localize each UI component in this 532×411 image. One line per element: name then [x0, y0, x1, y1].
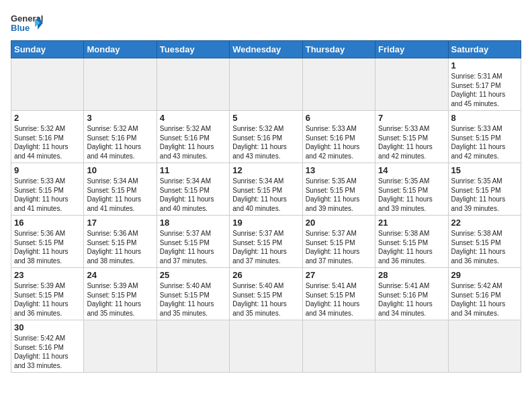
day-content: Sunrise: 5:35 AMSunset: 5:15 PMDaylight:…	[306, 177, 372, 213]
day-content: Sunrise: 5:32 AMSunset: 5:16 PMDaylight:…	[87, 124, 153, 161]
day-content: Sunrise: 5:35 AMSunset: 5:15 PMDaylight:…	[378, 177, 445, 213]
day-cell: 9Sunrise: 5:33 AMSunset: 5:15 PMDaylight…	[11, 163, 84, 216]
week-row-6: 30Sunrise: 5:42 AMSunset: 5:16 PMDayligh…	[11, 320, 521, 373]
day-content: Sunrise: 5:34 AMSunset: 5:15 PMDaylight:…	[87, 177, 153, 213]
day-cell: 20Sunrise: 5:37 AMSunset: 5:15 PMDayligh…	[302, 216, 375, 268]
day-cell: 30Sunrise: 5:42 AMSunset: 5:16 PMDayligh…	[11, 320, 84, 373]
day-cell: 27Sunrise: 5:41 AMSunset: 5:15 PMDayligh…	[302, 268, 375, 320]
day-number: 13	[306, 165, 372, 175]
day-cell: 8Sunrise: 5:33 AMSunset: 5:15 PMDaylight…	[448, 111, 521, 163]
logo-icon: General Blue	[11, 11, 43, 35]
day-cell	[448, 320, 521, 373]
day-content: Sunrise: 5:40 AMSunset: 5:15 PMDaylight:…	[232, 281, 299, 318]
day-content: Sunrise: 5:41 AMSunset: 5:15 PMDaylight:…	[306, 281, 372, 318]
day-cell	[84, 58, 157, 111]
day-cell	[302, 320, 375, 373]
day-number: 21	[378, 218, 445, 228]
day-content: Sunrise: 5:35 AMSunset: 5:15 PMDaylight:…	[451, 177, 518, 213]
week-row-3: 9Sunrise: 5:33 AMSunset: 5:15 PMDaylight…	[11, 163, 521, 216]
calendar-table: SundayMondayTuesdayWednesdayThursdayFrid…	[11, 40, 521, 373]
logo: General Blue	[11, 11, 43, 35]
day-number: 17	[87, 218, 153, 228]
day-content: Sunrise: 5:42 AMSunset: 5:16 PMDaylight:…	[14, 334, 81, 370]
day-number: 23	[14, 270, 81, 280]
day-cell: 25Sunrise: 5:40 AMSunset: 5:15 PMDayligh…	[157, 268, 229, 320]
day-number: 28	[378, 270, 445, 280]
day-cell: 23Sunrise: 5:39 AMSunset: 5:15 PMDayligh…	[11, 268, 84, 320]
day-cell: 2Sunrise: 5:32 AMSunset: 5:16 PMDaylight…	[11, 111, 84, 163]
day-number: 3	[87, 113, 153, 123]
day-content: Sunrise: 5:37 AMSunset: 5:15 PMDaylight:…	[232, 229, 299, 265]
day-content: Sunrise: 5:38 AMSunset: 5:15 PMDaylight:…	[378, 229, 445, 265]
day-cell: 11Sunrise: 5:34 AMSunset: 5:15 PMDayligh…	[157, 163, 229, 216]
day-content: Sunrise: 5:36 AMSunset: 5:15 PMDaylight:…	[14, 229, 81, 265]
day-cell: 26Sunrise: 5:40 AMSunset: 5:15 PMDayligh…	[230, 268, 302, 320]
day-number: 26	[232, 270, 299, 280]
day-cell	[84, 320, 157, 373]
day-cell	[230, 320, 302, 373]
week-row-2: 2Sunrise: 5:32 AMSunset: 5:16 PMDaylight…	[11, 111, 521, 163]
day-content: Sunrise: 5:37 AMSunset: 5:15 PMDaylight:…	[160, 229, 226, 265]
day-cell: 5Sunrise: 5:32 AMSunset: 5:16 PMDaylight…	[230, 111, 302, 163]
header-day-monday: Monday	[84, 41, 157, 58]
day-cell: 21Sunrise: 5:38 AMSunset: 5:15 PMDayligh…	[375, 216, 448, 268]
calendar-body: 1Sunrise: 5:31 AMSunset: 5:17 PMDaylight…	[11, 58, 521, 373]
day-number: 11	[160, 165, 226, 175]
day-cell: 24Sunrise: 5:39 AMSunset: 5:15 PMDayligh…	[84, 268, 157, 320]
day-number: 1	[451, 60, 518, 71]
day-content: Sunrise: 5:32 AMSunset: 5:16 PMDaylight:…	[232, 124, 299, 161]
day-content: Sunrise: 5:36 AMSunset: 5:15 PMDaylight:…	[87, 229, 153, 265]
day-number: 24	[87, 270, 153, 280]
day-number: 15	[451, 165, 518, 175]
day-content: Sunrise: 5:38 AMSunset: 5:15 PMDaylight:…	[451, 229, 518, 265]
day-content: Sunrise: 5:34 AMSunset: 5:15 PMDaylight:…	[160, 177, 226, 213]
header-day-thursday: Thursday	[302, 41, 375, 58]
day-cell: 28Sunrise: 5:41 AMSunset: 5:16 PMDayligh…	[375, 268, 448, 320]
day-cell: 29Sunrise: 5:42 AMSunset: 5:16 PMDayligh…	[448, 268, 521, 320]
day-number: 30	[14, 322, 81, 332]
day-content: Sunrise: 5:33 AMSunset: 5:15 PMDaylight:…	[378, 124, 445, 161]
day-cell	[11, 58, 84, 111]
day-content: Sunrise: 5:37 AMSunset: 5:15 PMDaylight:…	[306, 229, 372, 265]
day-cell	[230, 58, 302, 111]
day-number: 25	[160, 270, 226, 280]
day-content: Sunrise: 5:33 AMSunset: 5:15 PMDaylight:…	[14, 177, 81, 213]
day-number: 22	[451, 218, 518, 228]
day-content: Sunrise: 5:39 AMSunset: 5:15 PMDaylight:…	[87, 281, 153, 318]
svg-text:Blue: Blue	[11, 23, 30, 33]
day-number: 6	[306, 113, 372, 123]
day-cell: 7Sunrise: 5:33 AMSunset: 5:15 PMDaylight…	[375, 111, 448, 163]
day-cell: 1Sunrise: 5:31 AMSunset: 5:17 PMDaylight…	[448, 58, 521, 111]
day-cell: 14Sunrise: 5:35 AMSunset: 5:15 PMDayligh…	[375, 163, 448, 216]
day-cell	[375, 58, 448, 111]
header: General Blue	[11, 11, 521, 35]
day-number: 27	[306, 270, 372, 280]
day-cell	[157, 320, 229, 373]
day-number: 14	[378, 165, 445, 175]
day-number: 12	[232, 165, 299, 175]
day-cell: 18Sunrise: 5:37 AMSunset: 5:15 PMDayligh…	[157, 216, 229, 268]
week-row-1: 1Sunrise: 5:31 AMSunset: 5:17 PMDaylight…	[11, 58, 521, 111]
day-cell: 19Sunrise: 5:37 AMSunset: 5:15 PMDayligh…	[230, 216, 302, 268]
day-content: Sunrise: 5:39 AMSunset: 5:15 PMDaylight:…	[14, 281, 81, 318]
day-cell: 4Sunrise: 5:32 AMSunset: 5:16 PMDaylight…	[157, 111, 229, 163]
day-number: 16	[14, 218, 81, 228]
day-content: Sunrise: 5:32 AMSunset: 5:16 PMDaylight:…	[160, 124, 226, 161]
day-number: 2	[14, 113, 81, 123]
day-content: Sunrise: 5:32 AMSunset: 5:16 PMDaylight:…	[14, 124, 81, 161]
day-content: Sunrise: 5:33 AMSunset: 5:15 PMDaylight:…	[451, 124, 518, 161]
day-cell: 13Sunrise: 5:35 AMSunset: 5:15 PMDayligh…	[302, 163, 375, 216]
week-row-4: 16Sunrise: 5:36 AMSunset: 5:15 PMDayligh…	[11, 216, 521, 268]
day-content: Sunrise: 5:42 AMSunset: 5:16 PMDaylight:…	[451, 281, 518, 318]
header-row: SundayMondayTuesdayWednesdayThursdayFrid…	[11, 41, 521, 58]
day-number: 18	[160, 218, 226, 228]
day-number: 4	[160, 113, 226, 123]
header-day-sunday: Sunday	[11, 41, 84, 58]
calendar-header: SundayMondayTuesdayWednesdayThursdayFrid…	[11, 41, 521, 58]
header-day-friday: Friday	[375, 41, 448, 58]
day-cell	[157, 58, 229, 111]
day-number: 20	[306, 218, 372, 228]
day-number: 19	[232, 218, 299, 228]
day-number: 8	[451, 113, 518, 123]
day-cell	[302, 58, 375, 111]
